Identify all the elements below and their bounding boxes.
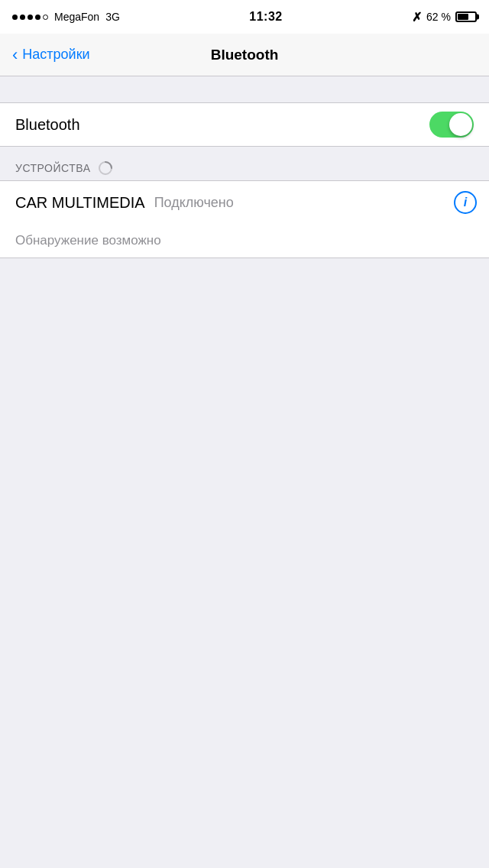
signal-dot-4 bbox=[35, 15, 40, 20]
signal-bars bbox=[12, 15, 48, 20]
device-info: CAR MULTIMEDIA Подключено bbox=[15, 194, 234, 212]
devices-header: УСТРОЙСТВА bbox=[0, 154, 489, 180]
toggle-knob bbox=[449, 113, 472, 136]
back-button[interactable]: ‹ Настройки bbox=[12, 47, 90, 63]
device-row[interactable]: CAR MULTIMEDIA Подключено i bbox=[0, 181, 489, 224]
content: Bluetooth УСТРОЙСТВА CAR MULTIMEDIA Подк… bbox=[0, 76, 489, 258]
signal-dot-1 bbox=[12, 15, 18, 20]
bluetooth-toggle[interactable] bbox=[429, 112, 474, 138]
discovery-row: Обнаружение возможно bbox=[0, 224, 489, 257]
carrier-name: MegaFon bbox=[54, 11, 99, 23]
signal-dot-2 bbox=[20, 15, 25, 20]
status-left: MegaFon 3G bbox=[12, 11, 120, 23]
back-label: Настройки bbox=[22, 47, 89, 63]
bluetooth-row: Bluetooth bbox=[0, 103, 489, 146]
device-status: Подключено bbox=[154, 195, 234, 211]
devices-header-label: УСТРОЙСТВА bbox=[15, 162, 90, 174]
signal-dot-3 bbox=[28, 15, 33, 20]
device-info-button[interactable]: i bbox=[454, 191, 477, 214]
signal-dot-5 bbox=[43, 15, 48, 20]
loading-spinner bbox=[98, 160, 113, 176]
bluetooth-section: Bluetooth bbox=[0, 102, 489, 147]
chevron-left-icon: ‹ bbox=[12, 47, 18, 63]
device-name: CAR MULTIMEDIA bbox=[15, 194, 145, 212]
info-icon: i bbox=[464, 196, 467, 209]
network-type: 3G bbox=[105, 11, 120, 23]
status-bar: MegaFon 3G 11:32 ✗ 62 % bbox=[0, 0, 489, 34]
spinner-svg bbox=[98, 160, 113, 176]
bluetooth-label: Bluetooth bbox=[15, 116, 80, 134]
navigation-bar: ‹ Настройки Bluetooth bbox=[0, 34, 489, 76]
page-title: Bluetooth bbox=[211, 47, 279, 63]
device-section: CAR MULTIMEDIA Подключено i Обнаружение … bbox=[0, 180, 489, 258]
device-right: i bbox=[454, 191, 477, 214]
battery-fill bbox=[458, 14, 468, 20]
battery-percentage: 62 % bbox=[426, 11, 451, 23]
status-right: ✗ 62 % bbox=[412, 10, 477, 24]
top-gap bbox=[0, 76, 489, 102]
battery-icon bbox=[455, 11, 477, 22]
discovery-text: Обнаружение возможно bbox=[15, 233, 161, 248]
devices-gap bbox=[0, 147, 489, 154]
bluetooth-status-icon: ✗ bbox=[412, 10, 422, 24]
status-time: 11:32 bbox=[249, 10, 282, 24]
